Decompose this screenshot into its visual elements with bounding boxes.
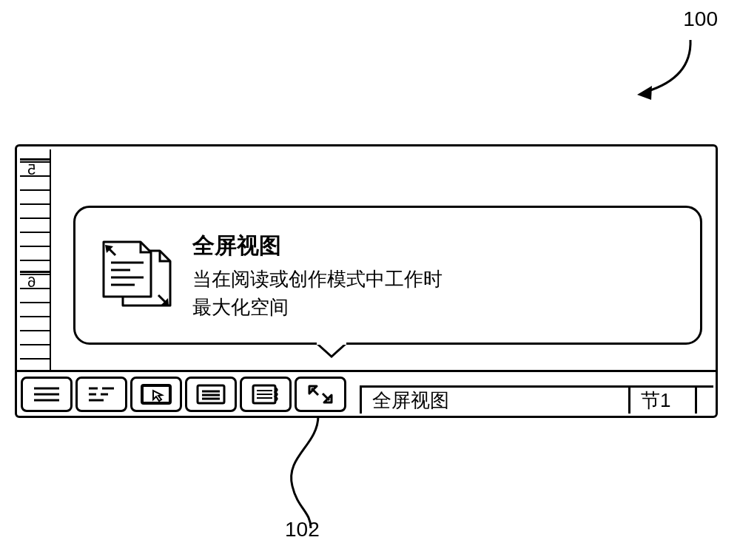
view-button-fullscreen[interactable] [295,377,346,412]
status-spacer [697,388,718,414]
svg-rect-8 [317,340,346,345]
view-button-web-layout[interactable] [75,377,127,412]
view-button-outline[interactable] [185,377,237,412]
svg-marker-18 [153,391,162,401]
lines-icon [31,384,62,405]
boxed-lines-icon [195,383,226,405]
ruler-mark-6: 6 [27,274,36,291]
page-cursor-icon [140,383,172,405]
notebook-icon [250,383,281,405]
vertical-ruler: 5 6 [20,149,51,370]
status-view-mode[interactable]: 全屏视图 [362,388,630,414]
ruler-mark-5: 5 [27,161,36,178]
fullscreen-arrows-icon [305,383,336,405]
callout-number-label: 102 [285,518,320,542]
tooltip-title: 全屏视图 [192,229,443,262]
view-mode-button-group [20,374,347,415]
status-bar: 全屏视图 节1 [360,385,713,414]
view-button-print-layout[interactable] [130,377,182,412]
tooltip-line1: 当在阅读或创作模式中工作时 [192,266,443,294]
figure-number-label: 100 [683,7,718,31]
tooltip-line2: 最大化空间 [192,294,443,322]
fullscreen-tooltip: 全屏视图 当在阅读或创作模式中工作时 最大化空间 [73,206,702,345]
status-section[interactable]: 节1 [630,388,697,414]
view-button-normal[interactable] [21,377,73,412]
svg-marker-0 [637,86,652,100]
figure-pointer-arrow-icon [633,37,707,104]
dashed-lines-icon [86,384,117,405]
tooltip-tail-icon [317,340,346,358]
callout-leader-icon [266,416,370,534]
fullscreen-pages-icon [95,235,176,316]
view-button-draft[interactable] [240,377,292,412]
app-window: 5 6 [15,144,718,418]
